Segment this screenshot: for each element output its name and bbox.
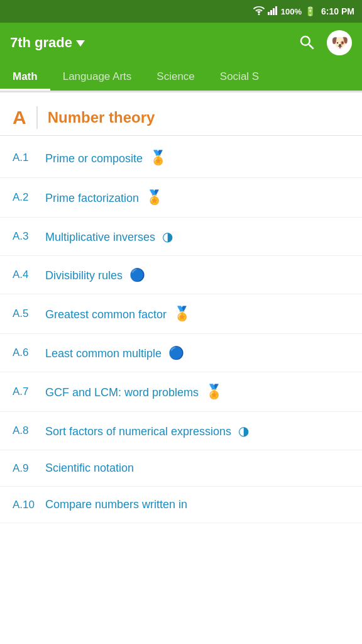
battery-icon: 🔋	[305, 6, 315, 16]
wifi-icon	[253, 6, 265, 17]
avatar-face: 🐶	[331, 35, 348, 51]
section-letter: A	[13, 107, 26, 128]
grade-selector[interactable]: 7th grade	[10, 35, 85, 51]
item-code: A.1	[13, 152, 45, 164]
item-label: Sort factors of numerical expressions ◑	[45, 423, 349, 438]
item-code: A.2	[13, 191, 45, 204]
app-header: 7th grade 🐶	[0, 23, 362, 63]
svg-rect-1	[270, 10, 272, 15]
item-label: Divisibility rules 🔵	[45, 267, 349, 282]
list-item[interactable]: A.3 Multiplicative inverses ◑	[0, 218, 362, 256]
item-badge: 🏅	[206, 384, 222, 399]
list-item[interactable]: A.10 Compare numbers written in	[0, 487, 362, 523]
list-item[interactable]: A.7 GCF and LCM: word problems 🏅	[0, 372, 362, 412]
battery-label: 100%	[281, 7, 302, 16]
item-label: Prime or composite 🏅	[45, 150, 349, 166]
item-label: Greatest common factor 🏅	[45, 306, 349, 322]
header-actions: 🐶	[298, 30, 352, 55]
dropdown-arrow-icon	[76, 40, 85, 47]
signal-icon	[268, 6, 278, 17]
item-code: A.9	[13, 462, 45, 475]
item-code: A.10	[13, 499, 45, 511]
list-item[interactable]: A.5 Greatest common factor 🏅	[0, 294, 362, 334]
item-badge: 🏅	[150, 150, 167, 165]
section-header: A Number theory	[0, 92, 362, 136]
section-title: Number theory	[48, 109, 155, 126]
item-badge: 🔵	[129, 268, 145, 282]
svg-rect-2	[273, 8, 275, 15]
tab-math[interactable]: Math	[0, 63, 50, 91]
time-label: 6:10 PM	[321, 6, 354, 16]
item-code: A.5	[13, 308, 45, 320]
list-item[interactable]: A.2 Prime factorization 🏅	[0, 178, 362, 218]
tab-science[interactable]: Science	[144, 63, 207, 91]
item-label: Multiplicative inverses ◑	[45, 229, 349, 244]
item-code: A.7	[13, 386, 45, 398]
item-code: A.8	[13, 425, 45, 437]
item-code: A.6	[13, 347, 45, 359]
list-item[interactable]: A.9 Scientific notation	[0, 450, 362, 487]
user-avatar[interactable]: 🐶	[327, 30, 352, 55]
item-code: A.4	[13, 269, 45, 281]
item-label: Prime factorization 🏅	[45, 189, 349, 206]
grade-label: 7th grade	[10, 35, 72, 51]
svg-rect-0	[268, 12, 270, 15]
list-item[interactable]: A.1 Prime or composite 🏅	[0, 138, 362, 178]
item-code: A.3	[13, 230, 45, 243]
tab-bar: Math Language Arts Science Social S	[0, 63, 362, 92]
tab-language-arts[interactable]: Language Arts	[50, 63, 145, 91]
status-bar: 100% 🔋 6:10 PM	[0, 0, 362, 23]
svg-rect-3	[275, 6, 277, 15]
search-button[interactable]	[298, 33, 317, 52]
item-label: Least common multiple 🔵	[45, 345, 349, 360]
tab-social-studies[interactable]: Social S	[207, 63, 272, 91]
list-item[interactable]: A.4 Divisibility rules 🔵	[0, 256, 362, 294]
list-item[interactable]: A.6 Least common multiple 🔵	[0, 334, 362, 372]
item-badge: ◑	[162, 230, 173, 243]
item-badge: 🔵	[168, 346, 184, 360]
item-label: GCF and LCM: word problems 🏅	[45, 384, 349, 400]
content-area: A Number theory A.1 Prime or composite 🏅…	[0, 92, 362, 523]
list-item[interactable]: A.8 Sort factors of numerical expression…	[0, 412, 362, 450]
item-badge: 🏅	[173, 306, 190, 321]
item-label: Scientific notation	[45, 462, 349, 475]
status-icons: 100% 🔋 6:10 PM	[253, 6, 354, 17]
item-label: Compare numbers written in	[45, 498, 349, 511]
item-badge: ◑	[238, 424, 249, 438]
section-divider	[36, 106, 38, 129]
item-badge: 🏅	[146, 189, 163, 205]
